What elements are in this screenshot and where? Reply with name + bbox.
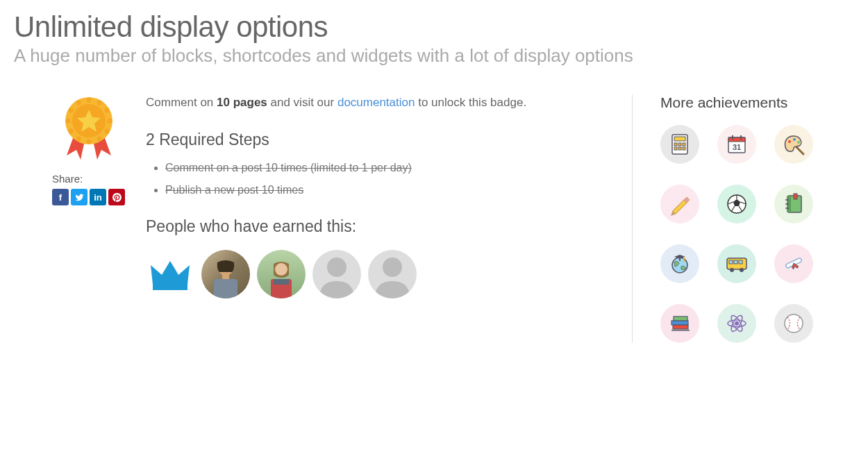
achievement-soccer-icon[interactable] — [717, 185, 756, 223]
svg-point-66 — [785, 314, 803, 332]
svg-rect-29 — [674, 147, 677, 150]
achievement-notebook-icon[interactable] — [774, 185, 813, 223]
svg-point-22 — [327, 257, 347, 277]
svg-rect-30 — [678, 147, 681, 150]
share-label: Share: — [52, 173, 125, 185]
share-buttons: f in — [52, 189, 125, 205]
sidebar: More achievements 31 — [632, 94, 854, 343]
svg-point-4 — [104, 108, 109, 113]
unlock-post: to unlock this badge. — [415, 96, 526, 109]
earner-avatar[interactable] — [146, 250, 194, 298]
svg-rect-16 — [222, 274, 229, 280]
unlock-pre: Comment on — [146, 96, 217, 109]
achievement-bus-icon[interactable] — [717, 244, 756, 283]
step-item: Comment on a post 10 times (limited to 1… — [165, 162, 604, 174]
earner-avatar[interactable] — [257, 250, 306, 298]
step-item: Publish a new post 10 times — [165, 184, 604, 196]
share-linkedin-button[interactable]: in — [90, 189, 106, 205]
svg-point-7 — [97, 137, 101, 142]
share-pinterest-button[interactable] — [108, 189, 125, 205]
achievement-grid: 31 — [660, 125, 854, 343]
svg-rect-33 — [728, 137, 745, 142]
badge-left-column: Share: f in — [52, 94, 125, 298]
badge-block: Share: f in Comment on 10 pages and visi… — [52, 94, 604, 298]
earner-avatar[interactable] — [368, 250, 417, 298]
share-facebook-button[interactable]: f — [52, 189, 69, 205]
achievement-palette-icon[interactable] — [774, 125, 813, 164]
achievement-calculator-icon[interactable] — [660, 125, 699, 164]
svg-rect-17 — [214, 279, 237, 298]
svg-rect-28 — [683, 143, 685, 146]
badge-right-column: Comment on 10 pages and visit our docume… — [146, 94, 604, 298]
svg-point-11 — [65, 119, 70, 124]
svg-point-13 — [76, 101, 81, 105]
svg-point-3 — [97, 101, 101, 105]
earner-avatar[interactable] — [312, 250, 361, 298]
steps-heading: 2 Required Steps — [146, 130, 604, 149]
svg-rect-31 — [683, 147, 685, 150]
achievement-diploma-icon[interactable] — [774, 244, 813, 283]
earner-avatar[interactable] — [201, 250, 250, 298]
steps-list: Comment on a post 10 times (limited to 1… — [146, 162, 604, 196]
svg-point-8 — [86, 140, 91, 144]
page-header: Unlimited display options A huge number … — [14, 0, 854, 67]
svg-point-37 — [788, 140, 791, 143]
svg-text:31: 31 — [733, 143, 741, 151]
svg-point-50 — [683, 260, 685, 262]
svg-rect-26 — [674, 143, 677, 146]
content: Share: f in Comment on 10 pages and visi… — [14, 94, 854, 343]
svg-point-12 — [68, 108, 73, 113]
documentation-link[interactable]: documentation — [337, 96, 415, 109]
svg-point-38 — [793, 138, 796, 141]
achievement-baseball-icon[interactable] — [774, 304, 813, 343]
achievement-books-icon[interactable] — [660, 304, 699, 343]
svg-point-6 — [104, 129, 109, 134]
svg-rect-54 — [739, 260, 742, 264]
svg-point-55 — [730, 268, 734, 272]
earners-heading: People who have earned this: — [146, 217, 604, 236]
achievement-pencil-icon[interactable] — [660, 185, 699, 223]
earners-row — [146, 250, 604, 298]
achievement-calendar-icon[interactable]: 31 — [717, 125, 756, 164]
svg-rect-60 — [674, 316, 687, 321]
share-twitter-button[interactable] — [71, 189, 87, 205]
page-subtitle: A huge number of blocks, shortcodes and … — [14, 45, 854, 67]
svg-point-56 — [740, 268, 744, 272]
main-column: Share: f in Comment on 10 pages and visi… — [14, 94, 632, 343]
svg-point-10 — [68, 129, 73, 134]
svg-rect-58 — [673, 325, 688, 329]
svg-point-23 — [383, 257, 402, 277]
svg-rect-59 — [671, 321, 688, 325]
svg-rect-52 — [729, 260, 733, 264]
svg-point-9 — [76, 137, 81, 142]
unlock-mid: and visit our — [267, 96, 337, 109]
svg-rect-53 — [734, 260, 737, 264]
badge-icon — [52, 94, 125, 160]
svg-rect-44 — [794, 194, 797, 199]
svg-point-19 — [275, 263, 287, 276]
svg-point-5 — [107, 119, 112, 124]
svg-point-39 — [797, 141, 800, 144]
achievement-atom-icon[interactable] — [717, 304, 756, 343]
achievement-globe-grad-icon[interactable] — [660, 244, 699, 283]
svg-point-65 — [735, 321, 739, 326]
svg-rect-27 — [678, 143, 681, 146]
unlock-text: Comment on 10 pages and visit our docume… — [146, 94, 604, 111]
svg-point-2 — [86, 98, 91, 103]
svg-rect-21 — [274, 279, 289, 285]
sidebar-title: More achievements — [660, 94, 854, 111]
unlock-bold: 10 pages — [217, 96, 267, 109]
svg-rect-25 — [674, 137, 685, 141]
page-title: Unlimited display options — [14, 10, 854, 44]
svg-rect-49 — [679, 258, 681, 261]
